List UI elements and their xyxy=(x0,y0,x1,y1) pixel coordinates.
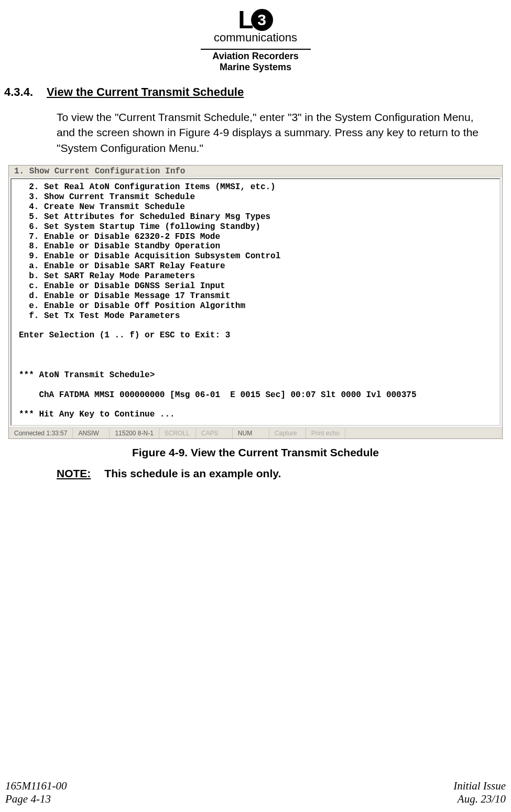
header-rule xyxy=(201,49,311,50)
body-paragraph: To view the "Current Transmit Schedule,"… xyxy=(4,109,507,156)
terminal-window: 1. Show Current Configuration Info 2. Se… xyxy=(8,165,503,439)
footer-issue: Initial Issue xyxy=(453,780,506,793)
footer-doc-number: 165M1161-00 xyxy=(5,780,67,793)
status-scroll: SCROLL xyxy=(159,428,196,438)
figure-caption: Figure 4-9. View the Current Transmit Sc… xyxy=(4,446,507,459)
footer-date: Aug. 23/10 xyxy=(453,793,506,806)
logo-letter: L xyxy=(238,5,252,34)
note-text: This schedule is an example only. xyxy=(104,467,281,480)
status-emulation: ANSIW xyxy=(73,428,110,438)
status-connected: Connected 1:33:57 xyxy=(9,428,73,438)
status-caps: CAPS xyxy=(196,428,233,438)
terminal-clipped-line: 1. Show Current Configuration Info xyxy=(9,166,502,177)
status-capture: Capture xyxy=(269,428,306,438)
note-label: NOTE: xyxy=(57,467,91,480)
terminal-body: 2. Set Real AtoN Configuration Items (MM… xyxy=(10,178,501,426)
status-num: NUM xyxy=(233,428,269,438)
page-footer: 165M1161-00 Page 4-13 Initial Issue Aug.… xyxy=(0,780,511,806)
note: NOTE: This schedule is an example only. xyxy=(4,467,507,480)
header-subtitle-1: Aviation Recorders xyxy=(0,51,511,62)
section-heading: 4.3.4. View the Current Transmit Schedul… xyxy=(4,85,507,99)
logo-disc-icon: 3 xyxy=(251,9,273,31)
header-subtitle-2: Marine Systems xyxy=(0,62,511,73)
company-logo: L 3 communications xyxy=(214,5,297,45)
footer-page-number: Page 4-13 xyxy=(5,793,67,806)
page-header: L 3 communications Aviation Recorders Ma… xyxy=(0,5,511,73)
terminal-status-bar: Connected 1:33:57 ANSIW 115200 8-N-1 SCR… xyxy=(9,427,502,438)
section-title: View the Current Transmit Schedule xyxy=(47,85,244,99)
section-number: 4.3.4. xyxy=(4,85,33,99)
status-port: 115200 8-N-1 xyxy=(110,428,159,438)
logo-text: communications xyxy=(214,31,297,45)
status-print-echo: Print echo xyxy=(306,428,345,438)
